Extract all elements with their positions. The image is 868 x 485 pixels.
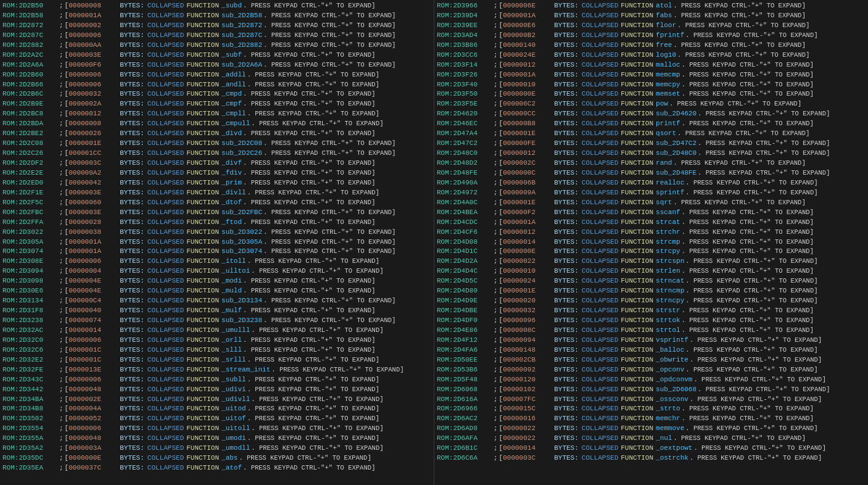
table-row[interactable]: ROM:2D2B66 ; [00000006 BYTES: COLLAPSED … [0, 80, 434, 90]
table-row[interactable]: ROM:2D2C08 ; [0000001E BYTES: COLLAPSED … [0, 139, 434, 149]
table-row[interactable]: ROM:2D287C ; [00000006 BYTES: COLLAPSED … [0, 31, 434, 41]
function-name[interactable]: strtol [656, 326, 680, 336]
function-name[interactable]: strcmp [656, 238, 680, 247]
function-name[interactable]: fprintf [656, 31, 684, 41]
table-row[interactable]: ROM:2D4DF0 ; [00000096 BYTES: COLLAPSED … [434, 316, 868, 326]
function-name[interactable]: sub_2D3074 [221, 247, 262, 257]
function-name[interactable]: sub_2D4620 [656, 109, 696, 119]
function-name[interactable]: _andll [221, 80, 246, 90]
function-name[interactable]: sub_2D2C08 [221, 139, 262, 149]
table-row[interactable]: ROM:2D4D80 ; [0000001E BYTES: COLLAPSED … [434, 286, 868, 296]
table-row[interactable]: ROM:2D34BA ; [0000002E BYTES: COLLAPSED … [0, 395, 434, 405]
table-row[interactable]: ROM:2D308E ; [00000006 BYTES: COLLAPSED … [0, 257, 434, 267]
table-row[interactable]: ROM:2D5F48 ; [00000120 BYTES: COLLAPSED … [434, 375, 868, 385]
function-name[interactable]: _abs [221, 454, 238, 463]
table-row[interactable]: ROM:2D305A ; [0000001A BYTES: COLLAPSED … [0, 238, 434, 247]
function-name[interactable]: _umodll [221, 444, 250, 454]
function-name[interactable]: _nul [656, 434, 672, 444]
table-row[interactable]: ROM:2D34B8 ; [0000004A BYTES: COLLAPSED … [0, 404, 434, 414]
table-row[interactable]: ROM:2D6B1C ; [00000014 BYTES: COLLAPSED … [434, 444, 868, 454]
function-name[interactable]: memcmp [656, 70, 680, 80]
table-row[interactable]: ROM:2D2B50 ; [00000008 BYTES: COLLAPSED … [0, 1, 434, 11]
table-row[interactable]: ROM:2D4D5C ; [00000024 BYTES: COLLAPSED … [434, 276, 868, 286]
function-name[interactable]: _balloc [656, 346, 684, 355]
function-name[interactable]: strlen [656, 267, 680, 276]
function-name[interactable]: _udivi [221, 385, 246, 395]
table-row[interactable]: ROM:2D53B6 ; [00000092 BYTES: COLLAPSED … [434, 365, 868, 375]
table-row[interactable]: ROM:2D4BEA ; [000000F2 BYTES: COLLAPSED … [434, 208, 868, 218]
table-row[interactable]: ROM:2D48C0 ; [00000012 BYTES: COLLAPSED … [434, 149, 868, 159]
function-name[interactable]: sub_2D48C0 [656, 149, 696, 159]
table-row[interactable]: ROM:2D3AD4 ; [000000B2 BYTES: COLLAPSED … [434, 31, 868, 41]
table-row[interactable]: ROM:2D2B58 ; [0000001A BYTES: COLLAPSED … [0, 11, 434, 21]
table-row[interactable]: ROM:2D2F5C ; [00000060 BYTES: COLLAPSED … [0, 198, 434, 208]
function-name[interactable]: rand [656, 159, 672, 168]
table-row[interactable]: ROM:2D31F8 ; [00000040 BYTES: COLLAPSED … [0, 306, 434, 316]
table-row[interactable]: ROM:2D2A6A ; [000000F6 BYTES: COLLAPSED … [0, 60, 434, 70]
function-name[interactable]: memcpy [656, 80, 680, 90]
table-row[interactable]: ROM:2D2F1E ; [0000003E BYTES: COLLAPSED … [0, 188, 434, 198]
table-row[interactable]: ROM:2D6068 ; [00000102 BYTES: COLLAPSED … [434, 385, 868, 395]
function-name[interactable]: _uitof [221, 414, 246, 424]
table-row[interactable]: ROM:2D2A2C ; [0000003E BYTES: COLLAPSED … [0, 51, 434, 60]
function-name[interactable]: _ostrchk [656, 454, 688, 463]
function-name[interactable]: _itoll [221, 257, 246, 267]
table-row[interactable]: ROM:2D30E6 ; [0000004E BYTES: COLLAPSED … [0, 286, 434, 296]
table-row[interactable]: ROM:2D4F12 ; [00000094 BYTES: COLLAPSED … [434, 336, 868, 346]
function-name[interactable]: strncmp [656, 286, 684, 296]
function-name[interactable]: strcspn [656, 257, 684, 267]
function-name[interactable]: _umodi [221, 434, 246, 444]
table-row[interactable]: ROM:2D4E86 ; [0000008C BYTES: COLLAPSED … [434, 326, 868, 336]
table-row[interactable]: ROM:2D2B60 ; [00000006 BYTES: COLLAPSED … [0, 70, 434, 80]
function-name[interactable]: memmove [656, 424, 684, 434]
function-name[interactable]: memchr [656, 414, 680, 424]
function-name[interactable]: strncpy [656, 296, 684, 306]
table-row[interactable]: ROM:2D39EE ; [000000E6 BYTES: COLLAPSED … [434, 21, 868, 31]
table-row[interactable]: ROM:2D3094 ; [00000004 BYTES: COLLAPSED … [0, 267, 434, 276]
table-row[interactable]: ROM:2D4D08 ; [00000014 BYTES: COLLAPSED … [434, 238, 868, 247]
table-row[interactable]: ROM:2D6AD8 ; [00000022 BYTES: COLLAPSED … [434, 424, 868, 434]
function-name[interactable]: sub_2D3238 [221, 316, 262, 326]
table-row[interactable]: ROM:2D4FA6 ; [00000148 BYTES: COLLAPSED … [434, 346, 868, 355]
function-name[interactable]: _divll [221, 188, 246, 198]
function-name[interactable]: malloc [656, 60, 680, 70]
function-name[interactable]: _subd [221, 1, 242, 11]
table-row[interactable]: ROM:2D3098 ; [0000004E BYTES: COLLAPSED … [0, 276, 434, 286]
table-row[interactable]: ROM:2D2BE2 ; [00000026 BYTES: COLLAPSED … [0, 129, 434, 139]
table-row[interactable]: ROM:2D50EE ; [000002CB BYTES: COLLAPSED … [434, 355, 868, 365]
function-name[interactable]: _strto [656, 404, 680, 414]
table-row[interactable]: ROM:2D2BC8 ; [00000012 BYTES: COLLAPSED … [0, 109, 434, 119]
function-name[interactable]: sub_2D2882 [221, 41, 262, 51]
function-name[interactable]: sub_2D47C2 [656, 139, 696, 149]
table-row[interactable]: ROM:2D4D1C ; [0000000E BYTES: COLLAPSED … [434, 247, 868, 257]
table-row[interactable]: ROM:2D39D4 ; [0000001A BYTES: COLLAPSED … [434, 11, 868, 21]
table-row[interactable]: ROM:2D3134 ; [000000C4 BYTES: COLLAPSED … [0, 296, 434, 306]
function-name[interactable]: _prim [221, 178, 242, 188]
function-name[interactable]: free [656, 41, 672, 51]
table-row[interactable]: ROM:2D3F40 ; [00000010 BYTES: COLLAPSED … [434, 80, 868, 90]
table-row[interactable]: ROM:2D6966 ; [0000015C BYTES: COLLAPSED … [434, 404, 868, 414]
table-row[interactable]: ROM:2D4DBE ; [00000032 BYTES: COLLAPSED … [434, 306, 868, 316]
function-name[interactable]: strstr [656, 306, 680, 316]
function-name[interactable]: strtok [656, 316, 680, 326]
table-row[interactable]: ROM:2D4CDC ; [0000001A BYTES: COLLAPSED … [434, 218, 868, 228]
function-name[interactable]: sub_2D2C26 [221, 149, 262, 159]
function-name[interactable]: sub_2D3022 [221, 228, 262, 238]
function-name[interactable]: sub_2D2A6A [221, 60, 262, 70]
table-row[interactable]: ROM:2D4620 ; [000000CC BYTES: COLLAPSED … [434, 109, 868, 119]
function-name[interactable]: _slll [221, 346, 242, 355]
function-name[interactable]: _cmpd [221, 89, 242, 99]
function-name[interactable]: _srlll [221, 355, 246, 365]
table-row[interactable]: ROM:2D4D4C ; [00000010 BYTES: COLLAPSED … [434, 267, 868, 276]
table-row[interactable]: ROM:2D4CF6 ; [00000012 BYTES: COLLAPSED … [434, 228, 868, 238]
function-name[interactable]: vsprintf [656, 336, 688, 346]
function-name[interactable]: _stream_init [221, 365, 270, 375]
table-row[interactable]: ROM:2D2872 ; [00000002 BYTES: COLLAPSED … [0, 21, 434, 31]
table-row[interactable]: ROM:2D2882 ; [000000AA BYTES: COLLAPSED … [0, 41, 434, 51]
table-row[interactable]: ROM:2D2FBC ; [0000003E BYTES: COLLAPSED … [0, 208, 434, 218]
function-name[interactable]: _orll [221, 336, 242, 346]
function-name[interactable]: sub_2D3134 [221, 296, 262, 306]
function-name[interactable]: _udivll [221, 395, 250, 405]
table-row[interactable]: ROM:2D3F5E ; [000006C2 BYTES: COLLAPSED … [434, 99, 868, 109]
table-row[interactable]: ROM:2D46EC ; [000000B8 BYTES: COLLAPSED … [434, 119, 868, 129]
